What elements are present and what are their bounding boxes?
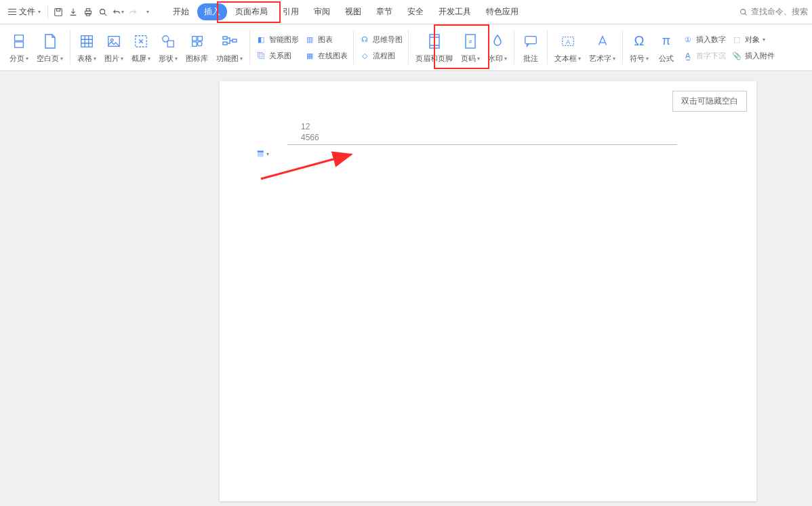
screenshot-button[interactable]: 截屏▾ bbox=[127, 26, 155, 68]
flow-button[interactable]: ◇流程图 bbox=[359, 49, 403, 62]
comment-icon bbox=[523, 32, 538, 51]
preview-icon[interactable] bbox=[96, 5, 110, 20]
chevron-down-icon: ▾ bbox=[26, 56, 28, 62]
online-chart-button[interactable]: ▦在线图表 bbox=[304, 49, 348, 62]
blank-page-icon bbox=[43, 32, 57, 51]
tab-chapter[interactable]: 章节 bbox=[369, 3, 399, 20]
header-edit-area[interactable]: 12 4566 bbox=[287, 122, 677, 145]
object-button[interactable]: ⬚对象▾ bbox=[731, 33, 775, 46]
attachment-button[interactable]: 📎插入附件 bbox=[731, 49, 775, 62]
qat-more-icon[interactable]: ▾ bbox=[140, 5, 155, 20]
svg-text:A: A bbox=[565, 38, 570, 45]
drop-cap-button: A̲首字下沉 bbox=[683, 49, 726, 62]
svg-rect-3 bbox=[86, 8, 89, 11]
table-button[interactable]: 表格▾ bbox=[73, 26, 100, 68]
blank-page-button[interactable]: 空白页▾ bbox=[33, 26, 67, 68]
watermark-icon bbox=[491, 32, 504, 51]
file-label: 文件 bbox=[19, 6, 35, 18]
svg-rect-19 bbox=[223, 37, 227, 39]
svg-rect-22 bbox=[430, 35, 439, 48]
symbol-button[interactable]: Ω 符号▾ bbox=[626, 26, 653, 68]
icon-lib-button[interactable]: 图标库 bbox=[182, 26, 212, 68]
wordart-button[interactable]: 艺术字▾ bbox=[585, 26, 620, 68]
svg-point-5 bbox=[100, 9, 105, 14]
tab-view[interactable]: 视图 bbox=[338, 3, 368, 20]
comment-button[interactable]: 批注 bbox=[517, 26, 544, 68]
svg-rect-25 bbox=[525, 36, 537, 43]
redo-icon[interactable] bbox=[125, 5, 140, 20]
search-placeholder: 查找命令、搜索 bbox=[751, 6, 808, 18]
undo-icon[interactable]: ▾ bbox=[110, 5, 125, 20]
page-break-icon bbox=[12, 32, 26, 51]
svg-rect-9 bbox=[81, 35, 93, 47]
relation-button[interactable]: ⿻关系图 bbox=[256, 49, 299, 62]
page-number-button[interactable]: # 页码▾ bbox=[457, 26, 484, 68]
svg-rect-16 bbox=[197, 36, 201, 40]
tab-home[interactable]: 开始 bbox=[166, 3, 196, 20]
file-menu[interactable]: 文件 ▾ bbox=[4, 6, 45, 18]
chevron-down-icon: ▾ bbox=[121, 9, 124, 15]
equation-icon: π bbox=[662, 32, 670, 51]
svg-rect-14 bbox=[167, 41, 174, 47]
svg-rect-15 bbox=[192, 36, 196, 40]
screenshot-icon bbox=[134, 32, 148, 51]
export-icon[interactable] bbox=[66, 5, 81, 20]
header-footer-button[interactable]: 页眉和页脚 bbox=[411, 26, 457, 68]
header-handle-icon[interactable]: ▾ bbox=[257, 148, 269, 160]
mindmap-button[interactable]: ☊思维导图 bbox=[359, 33, 403, 46]
mindmap-icon: ☊ bbox=[359, 34, 370, 45]
chevron-down-icon: ▾ bbox=[38, 9, 41, 15]
save-icon[interactable] bbox=[51, 5, 66, 20]
shapes-button[interactable]: 形状▾ bbox=[155, 26, 182, 68]
textbox-icon: A bbox=[561, 32, 575, 51]
ribbon-chart-col: ◧智能图形 ⿻关系图 bbox=[253, 33, 302, 62]
menubar: 文件 ▾ ▾ ▾ 开始 插入 页面布局 引用 审阅 视图 章节 安全 开发工具 … bbox=[0, 0, 812, 24]
tab-security[interactable]: 安全 bbox=[401, 3, 430, 20]
svg-rect-1 bbox=[56, 8, 60, 11]
watermark-button[interactable]: 水印▾ bbox=[484, 26, 511, 68]
insert-number-button[interactable]: ①插入数字 bbox=[683, 33, 726, 46]
symbol-icon: Ω bbox=[634, 32, 645, 51]
hamburger-icon bbox=[8, 9, 16, 16]
svg-point-11 bbox=[110, 39, 113, 41]
document-page[interactable]: 双击可隐藏空白 12 4566 ▾ bbox=[220, 81, 756, 501]
smart-graphic-button[interactable]: ◧智能图形 bbox=[256, 33, 299, 46]
icon-lib-icon bbox=[190, 32, 205, 51]
textbox-button[interactable]: A 文本框▾ bbox=[550, 26, 585, 68]
picture-button[interactable]: 图片▾ bbox=[100, 26, 127, 68]
hide-blank-button[interactable]: 双击可隐藏空白 bbox=[672, 91, 747, 112]
print-icon[interactable] bbox=[81, 5, 96, 20]
tab-page-layout[interactable]: 页面布局 bbox=[228, 3, 275, 20]
svg-rect-8 bbox=[15, 41, 24, 47]
svg-rect-20 bbox=[223, 42, 227, 45]
page-number-icon: # bbox=[464, 32, 477, 51]
svg-point-18 bbox=[197, 41, 201, 45]
document-canvas[interactable]: 双击可隐藏空白 12 4566 ▾ bbox=[0, 71, 812, 506]
header-line1: 12 bbox=[301, 122, 310, 131]
equation-button[interactable]: π 公式 bbox=[653, 26, 680, 68]
separator bbox=[47, 6, 48, 18]
smart-graphic-icon: ◧ bbox=[256, 34, 266, 45]
tab-developer[interactable]: 开发工具 bbox=[432, 3, 478, 20]
ribbon: 分页▾ 空白页▾ 表格▾ 图片▾ 截屏▾ 形状▾ 图标库 功能图▾ ◧智能图形 … bbox=[0, 24, 812, 71]
tab-references[interactable]: 引用 bbox=[276, 3, 306, 20]
attachment-icon: 📎 bbox=[731, 50, 742, 61]
page-break-button[interactable]: 分页▾ bbox=[5, 26, 33, 68]
tab-special[interactable]: 特色应用 bbox=[479, 3, 525, 20]
search-icon bbox=[739, 7, 748, 17]
flow-icon: ◇ bbox=[359, 50, 370, 61]
number-icon: ① bbox=[683, 34, 693, 45]
svg-point-6 bbox=[741, 9, 746, 14]
smartart-button[interactable]: 功能图▾ bbox=[212, 26, 247, 68]
tab-insert[interactable]: 插入 bbox=[197, 3, 227, 20]
tab-review[interactable]: 审阅 bbox=[307, 3, 337, 20]
object-icon: ⬚ bbox=[731, 34, 742, 45]
command-search[interactable]: 查找命令、搜索 bbox=[739, 6, 808, 18]
chart-button[interactable]: ▥图表 bbox=[304, 33, 348, 46]
svg-rect-29 bbox=[258, 151, 264, 152]
picture-icon bbox=[106, 32, 121, 51]
online-chart-icon: ▦ bbox=[304, 50, 315, 61]
header-footer-icon bbox=[428, 32, 441, 51]
dropcap-icon: A̲ bbox=[683, 50, 693, 61]
relation-icon: ⿻ bbox=[256, 50, 266, 61]
